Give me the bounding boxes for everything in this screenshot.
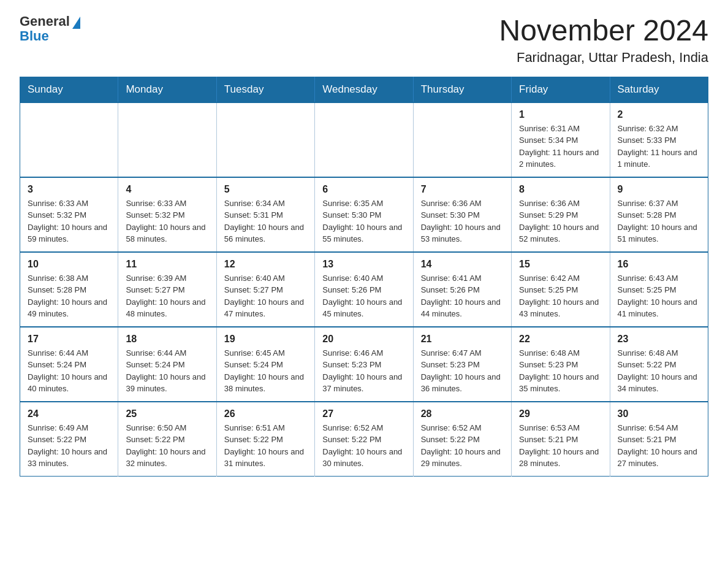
- calendar-title: November 2024: [499, 15, 708, 47]
- day-info: Sunrise: 6:38 AMSunset: 5:28 PMDaylight:…: [28, 272, 110, 320]
- day-number: 19: [224, 334, 307, 345]
- calendar-cell: 7Sunrise: 6:36 AMSunset: 5:30 PMDaylight…: [413, 177, 511, 252]
- day-info: Sunrise: 6:32 AMSunset: 5:33 PMDaylight:…: [618, 123, 700, 170]
- day-number: 16: [618, 259, 700, 270]
- day-info: Sunrise: 6:47 AMSunset: 5:23 PMDaylight:…: [421, 347, 504, 395]
- calendar-cell: 11Sunrise: 6:39 AMSunset: 5:27 PMDayligh…: [118, 252, 216, 327]
- title-block: November 2024 Faridnagar, Uttar Pradesh,…: [499, 15, 708, 66]
- day-number: 3: [28, 184, 110, 195]
- logo-general-text: General: [20, 15, 70, 28]
- day-number: 18: [126, 334, 208, 345]
- calendar-subtitle: Faridnagar, Uttar Pradesh, India: [499, 50, 708, 66]
- day-number: 24: [28, 408, 110, 419]
- day-number: 13: [322, 259, 405, 270]
- calendar-cell: 17Sunrise: 6:44 AMSunset: 5:24 PMDayligh…: [20, 327, 118, 402]
- calendar-cell: 13Sunrise: 6:40 AMSunset: 5:26 PMDayligh…: [315, 252, 413, 327]
- day-info: Sunrise: 6:48 AMSunset: 5:23 PMDaylight:…: [519, 347, 602, 395]
- calendar-cell: [413, 102, 511, 177]
- day-info: Sunrise: 6:41 AMSunset: 5:26 PMDaylight:…: [421, 272, 504, 320]
- day-number: 10: [28, 259, 110, 270]
- day-info: Sunrise: 6:40 AMSunset: 5:27 PMDaylight:…: [224, 272, 307, 320]
- day-info: Sunrise: 6:39 AMSunset: 5:27 PMDaylight:…: [126, 272, 208, 320]
- day-number: 1: [519, 109, 602, 120]
- day-number: 25: [126, 408, 208, 419]
- day-number: 5: [224, 184, 307, 195]
- day-number: 20: [322, 334, 405, 345]
- day-number: 15: [519, 259, 602, 270]
- day-info: Sunrise: 6:52 AMSunset: 5:22 PMDaylight:…: [421, 422, 504, 470]
- day-info: Sunrise: 6:44 AMSunset: 5:24 PMDaylight:…: [28, 347, 110, 395]
- calendar-week-1: 1Sunrise: 6:31 AMSunset: 5:34 PMDaylight…: [20, 102, 708, 177]
- day-info: Sunrise: 6:33 AMSunset: 5:32 PMDaylight:…: [126, 197, 208, 245]
- day-number: 6: [322, 184, 405, 195]
- calendar-cell: 29Sunrise: 6:53 AMSunset: 5:21 PMDayligh…: [512, 402, 610, 477]
- day-info: Sunrise: 6:36 AMSunset: 5:29 PMDaylight:…: [519, 197, 602, 245]
- calendar-table: SundayMondayTuesdayWednesdayThursdayFrid…: [20, 77, 708, 477]
- calendar-week-2: 3Sunrise: 6:33 AMSunset: 5:32 PMDaylight…: [20, 177, 708, 252]
- calendar-cell: 18Sunrise: 6:44 AMSunset: 5:24 PMDayligh…: [118, 327, 216, 402]
- day-number: 14: [421, 259, 504, 270]
- calendar-cell: 23Sunrise: 6:48 AMSunset: 5:22 PMDayligh…: [610, 327, 708, 402]
- calendar-cell: 5Sunrise: 6:34 AMSunset: 5:31 PMDaylight…: [216, 177, 314, 252]
- day-info: Sunrise: 6:48 AMSunset: 5:22 PMDaylight:…: [618, 347, 700, 395]
- calendar-cell: 30Sunrise: 6:54 AMSunset: 5:21 PMDayligh…: [610, 402, 708, 477]
- header-saturday: Saturday: [610, 77, 708, 102]
- day-info: Sunrise: 6:40 AMSunset: 5:26 PMDaylight:…: [322, 272, 405, 320]
- day-number: 2: [618, 109, 700, 120]
- day-number: 28: [421, 408, 504, 419]
- calendar-cell: [315, 102, 413, 177]
- header-monday: Monday: [118, 77, 216, 102]
- day-info: Sunrise: 6:37 AMSunset: 5:28 PMDaylight:…: [618, 197, 700, 245]
- day-info: Sunrise: 6:51 AMSunset: 5:22 PMDaylight:…: [224, 422, 307, 470]
- calendar-cell: 1Sunrise: 6:31 AMSunset: 5:34 PMDaylight…: [512, 102, 610, 177]
- day-number: 7: [421, 184, 504, 195]
- calendar-cell: 12Sunrise: 6:40 AMSunset: 5:27 PMDayligh…: [216, 252, 314, 327]
- calendar-cell: [216, 102, 314, 177]
- calendar-week-4: 17Sunrise: 6:44 AMSunset: 5:24 PMDayligh…: [20, 327, 708, 402]
- day-number: 23: [618, 334, 700, 345]
- calendar-cell: 25Sunrise: 6:50 AMSunset: 5:22 PMDayligh…: [118, 402, 216, 477]
- day-info: Sunrise: 6:54 AMSunset: 5:21 PMDaylight:…: [618, 422, 700, 470]
- day-info: Sunrise: 6:33 AMSunset: 5:32 PMDaylight:…: [28, 197, 110, 245]
- day-info: Sunrise: 6:36 AMSunset: 5:30 PMDaylight:…: [421, 197, 504, 245]
- calendar-cell: 19Sunrise: 6:45 AMSunset: 5:24 PMDayligh…: [216, 327, 314, 402]
- day-info: Sunrise: 6:50 AMSunset: 5:22 PMDaylight:…: [126, 422, 208, 470]
- logo: General Blue: [20, 15, 80, 43]
- day-number: 12: [224, 259, 307, 270]
- calendar-cell: [20, 102, 118, 177]
- day-info: Sunrise: 6:43 AMSunset: 5:25 PMDaylight:…: [618, 272, 700, 320]
- calendar-cell: 21Sunrise: 6:47 AMSunset: 5:23 PMDayligh…: [413, 327, 511, 402]
- header-wednesday: Wednesday: [315, 77, 413, 102]
- day-number: 30: [618, 408, 700, 419]
- calendar-cell: 22Sunrise: 6:48 AMSunset: 5:23 PMDayligh…: [512, 327, 610, 402]
- calendar-cell: 16Sunrise: 6:43 AMSunset: 5:25 PMDayligh…: [610, 252, 708, 327]
- day-info: Sunrise: 6:45 AMSunset: 5:24 PMDaylight:…: [224, 347, 307, 395]
- header-friday: Friday: [512, 77, 610, 102]
- day-info: Sunrise: 6:35 AMSunset: 5:30 PMDaylight:…: [322, 197, 405, 245]
- logo-blue-text: Blue: [20, 29, 49, 43]
- calendar-cell: 27Sunrise: 6:52 AMSunset: 5:22 PMDayligh…: [315, 402, 413, 477]
- header-thursday: Thursday: [413, 77, 511, 102]
- calendar-cell: [118, 102, 216, 177]
- day-info: Sunrise: 6:42 AMSunset: 5:25 PMDaylight:…: [519, 272, 602, 320]
- day-info: Sunrise: 6:44 AMSunset: 5:24 PMDaylight:…: [126, 347, 208, 395]
- day-number: 8: [519, 184, 602, 195]
- calendar-cell: 3Sunrise: 6:33 AMSunset: 5:32 PMDaylight…: [20, 177, 118, 252]
- calendar-cell: 4Sunrise: 6:33 AMSunset: 5:32 PMDaylight…: [118, 177, 216, 252]
- day-number: 27: [322, 408, 405, 419]
- header-sunday: Sunday: [20, 77, 118, 102]
- day-number: 17: [28, 334, 110, 345]
- calendar-cell: 28Sunrise: 6:52 AMSunset: 5:22 PMDayligh…: [413, 402, 511, 477]
- day-number: 4: [126, 184, 208, 195]
- calendar-cell: 26Sunrise: 6:51 AMSunset: 5:22 PMDayligh…: [216, 402, 314, 477]
- calendar-cell: 6Sunrise: 6:35 AMSunset: 5:30 PMDaylight…: [315, 177, 413, 252]
- calendar-cell: 8Sunrise: 6:36 AMSunset: 5:29 PMDaylight…: [512, 177, 610, 252]
- calendar-cell: 9Sunrise: 6:37 AMSunset: 5:28 PMDaylight…: [610, 177, 708, 252]
- day-info: Sunrise: 6:52 AMSunset: 5:22 PMDaylight:…: [322, 422, 405, 470]
- calendar-week-5: 24Sunrise: 6:49 AMSunset: 5:22 PMDayligh…: [20, 402, 708, 477]
- day-info: Sunrise: 6:34 AMSunset: 5:31 PMDaylight:…: [224, 197, 307, 245]
- calendar-cell: 20Sunrise: 6:46 AMSunset: 5:23 PMDayligh…: [315, 327, 413, 402]
- page-header: General Blue November 2024 Faridnagar, U…: [20, 15, 708, 66]
- calendar-header-row: SundayMondayTuesdayWednesdayThursdayFrid…: [20, 77, 708, 102]
- day-number: 9: [618, 184, 700, 195]
